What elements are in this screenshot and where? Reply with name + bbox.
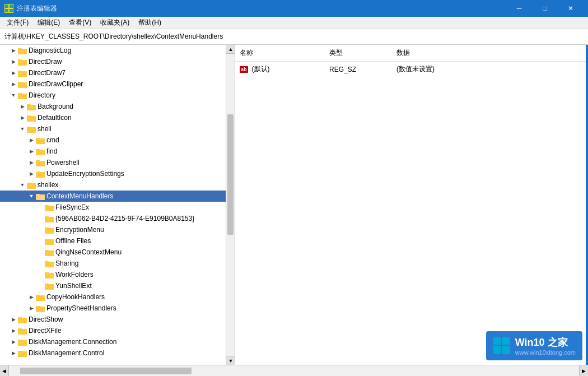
tree-label: EncryptionMenu <box>55 226 104 234</box>
folder-icon <box>36 170 45 178</box>
svg-rect-31 <box>36 194 40 196</box>
tree-label: DefaultIcon <box>38 114 72 122</box>
svg-rect-33 <box>45 205 49 207</box>
tree-scroll[interactable]: ▶ DiagnosticLog ▶ DirectDraw ▶ <box>0 45 235 365</box>
menu-bar: 文件(F) 编辑(E) 查看(V) 收藏夹(A) 帮助(H) <box>0 17 588 29</box>
address-path: 计算机\HKEY_CLASSES_ROOT\Directory\shellex\… <box>4 32 223 41</box>
svg-rect-53 <box>18 317 22 319</box>
svg-rect-7 <box>18 59 22 61</box>
tree-item-shell[interactable]: ▼ shell <box>0 123 235 134</box>
scroll-down-btn[interactable]: ▼ <box>226 356 235 365</box>
tree-item-copyhookhandlers[interactable]: ▶ CopyHookHandlers <box>0 291 235 303</box>
svg-rect-1 <box>10 4 13 8</box>
svg-rect-47 <box>45 284 49 285</box>
tree-item-diskmanagement-control[interactable]: ▶ DiskManagement.Control <box>0 347 235 359</box>
tree-label: WorkFolders <box>55 271 94 278</box>
hscroll-thumb[interactable] <box>20 368 191 374</box>
folder-icon <box>45 248 54 256</box>
svg-rect-41 <box>45 250 49 252</box>
svg-rect-27 <box>36 171 40 173</box>
tree-item-propertysheethandlers[interactable]: ▶ PropertySheetHandlers <box>0 303 235 314</box>
tree-label: Background <box>38 103 73 110</box>
right-header: 名称 类型 数据 <box>235 45 588 62</box>
expand-icon: ▶ <box>9 46 18 55</box>
folder-icon <box>27 125 36 133</box>
expand-icon: ▶ <box>27 304 36 313</box>
tree-item-offlinefiles[interactable]: Offline Files <box>0 235 235 247</box>
table-row[interactable]: ab (默认) REG_SZ (数值未设置) <box>235 62 588 77</box>
tree-item-diskmanagement-connection[interactable]: ▶ DiskManagement.Connection <box>0 336 235 347</box>
tree-item-directxfile[interactable]: ▶ DirectXFile <box>0 325 235 336</box>
svg-rect-2 <box>5 9 8 12</box>
svg-rect-49 <box>36 295 40 296</box>
folder-icon <box>45 226 54 234</box>
tree-item-filesyncex[interactable]: FileSyncEx <box>0 202 235 213</box>
tree-label: YunShellExt <box>55 282 92 290</box>
cell-type: REG_SZ <box>325 64 392 75</box>
svg-rect-11 <box>18 82 22 83</box>
restore-button[interactable]: □ <box>532 0 558 17</box>
tree-label: find <box>46 147 57 155</box>
tree-item-encryptionmenu[interactable]: EncryptionMenu <box>0 224 235 235</box>
tree-item-directdraw[interactable]: ▶ DirectDraw <box>0 56 235 67</box>
tree-item-diagnosticlog[interactable]: ▶ DiagnosticLog <box>0 45 235 56</box>
tree-item-powershell[interactable]: ▶ Powershell <box>0 157 235 168</box>
scroll-up-btn[interactable]: ▲ <box>226 45 235 54</box>
tree-label: DirectXFile <box>29 327 62 335</box>
tree-item-directdrawclipper[interactable]: ▶ DirectDrawClipper <box>0 78 235 90</box>
scroll-thumb[interactable] <box>227 114 234 235</box>
folder-icon <box>45 215 54 222</box>
watermark: Win10 之家 www.win10xitong.com <box>486 331 582 360</box>
expand-icon: ▶ <box>9 315 18 324</box>
folder-icon <box>45 259 54 267</box>
tree-item-qingnse[interactable]: QingNseContextMenu <box>0 247 235 258</box>
tree-label: PropertySheetHandlers <box>46 304 116 312</box>
right-content: ab (默认) REG_SZ (数值未设置) <box>235 62 588 365</box>
right-panel: 名称 类型 数据 ab (默认) REG_SZ (数值未设置) <box>235 45 588 365</box>
watermark-box: Win10 之家 www.win10xitong.com <box>486 331 582 360</box>
app-icon <box>4 4 13 13</box>
menu-edit[interactable]: 编辑(E) <box>33 17 64 29</box>
tree-item-shellex[interactable]: ▼ shellex <box>0 179 235 191</box>
svg-rect-19 <box>27 127 31 128</box>
close-button[interactable]: ✕ <box>558 0 584 17</box>
tree-label: ContextMenuHandlers <box>46 192 113 200</box>
tree-item-yunshellext[interactable]: YunShellExt <box>0 280 235 291</box>
svg-rect-21 <box>36 138 40 140</box>
tree-label: DiskManagement.Control <box>29 349 104 357</box>
expand-icon: ▶ <box>27 169 36 178</box>
tree-label: DirectDraw7 <box>29 69 66 77</box>
tree-item-guid1[interactable]: {596AB062-B4D2-4215-9F74-E9109B0A8153} <box>0 213 235 224</box>
menu-file[interactable]: 文件(F) <box>2 17 33 29</box>
address-bar: 计算机\HKEY_CLASSES_ROOT\Directory\shellex\… <box>0 29 588 45</box>
tree-item-background[interactable]: ▶ Background <box>0 101 235 112</box>
hscroll-left-btn[interactable]: ◀ <box>0 365 9 377</box>
tree-item-updateencryption[interactable]: ▶ UpdateEncryptionSettings <box>0 168 235 179</box>
tree-item-sharing[interactable]: Sharing <box>0 258 235 269</box>
col-header-name: 名称 <box>235 47 325 59</box>
svg-rect-9 <box>18 71 22 72</box>
expand-icon: ▶ <box>9 68 18 77</box>
folder-icon <box>45 271 54 278</box>
menu-help[interactable]: 帮助(H) <box>134 17 166 29</box>
menu-view[interactable]: 查看(V) <box>64 17 96 29</box>
svg-rect-29 <box>27 183 31 184</box>
tree-item-directshow[interactable]: ▶ DirectShow <box>0 314 235 325</box>
tree-label: DiskManagement.Connection <box>29 338 116 346</box>
tree-item-contextmenuhandlers[interactable]: ▼ ContextMenuHandlers <box>0 191 235 202</box>
tree-item-directory[interactable]: ▼ Directory <box>0 90 235 101</box>
tree-label: shellex <box>38 181 58 189</box>
tree-scrollbar[interactable]: ▲ ▼ <box>226 45 235 365</box>
tree-item-find[interactable]: ▶ find <box>0 146 235 157</box>
minimize-button[interactable]: ─ <box>506 0 532 17</box>
tree-item-directdraw7[interactable]: ▶ DirectDraw7 <box>0 67 235 78</box>
tree-item-workfolders[interactable]: WorkFolders <box>0 269 235 280</box>
bottom-scrollbar[interactable]: ◀ ▶ <box>0 365 588 376</box>
tree-item-cmd[interactable]: ▶ cmd <box>0 134 235 146</box>
expand-icon: ▶ <box>9 337 18 346</box>
hscroll-right-btn[interactable]: ▶ <box>579 365 588 377</box>
tree-label: CopyHookHandlers <box>46 293 105 301</box>
menu-favorites[interactable]: 收藏夹(A) <box>96 17 134 29</box>
tree-item-defaulticon[interactable]: ▶ DefaultIcon <box>0 112 235 123</box>
folder-icon <box>18 327 27 335</box>
